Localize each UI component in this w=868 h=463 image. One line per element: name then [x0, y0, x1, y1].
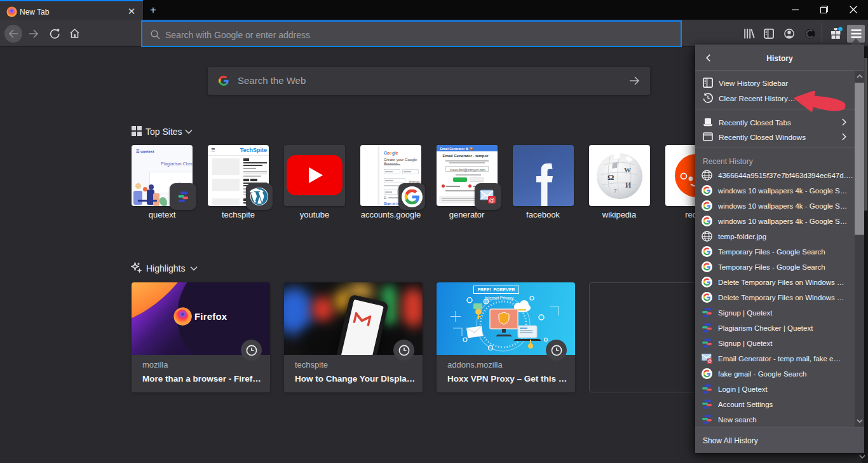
svg-text:Firefox: Firefox: [194, 311, 227, 322]
svg-text:И: И: [625, 181, 632, 190]
svg-text:Ω: Ω: [607, 172, 614, 182]
svg-text:7: 7: [614, 188, 617, 194]
svg-text:W: W: [624, 166, 631, 174]
svg-text:@: @: [489, 197, 494, 204]
